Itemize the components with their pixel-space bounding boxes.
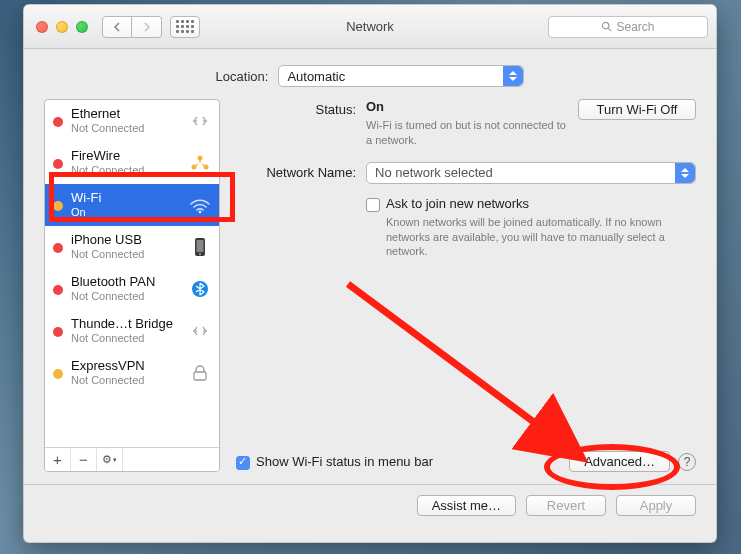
ethernet-icon [187, 111, 213, 131]
turn-wifi-off-button[interactable]: Turn Wi-Fi Off [578, 99, 696, 120]
dropdown-arrows-icon [503, 66, 523, 86]
sidebar-footer: + − ⚙︎▾ [45, 447, 219, 471]
svg-point-0 [603, 22, 609, 28]
service-status: Not Connected [71, 122, 179, 135]
close-window-button[interactable] [36, 21, 48, 33]
svg-rect-10 [194, 372, 206, 380]
status-dot [53, 117, 63, 127]
sidebar-item-thunderbolt-bridge[interactable]: Thunde…t Bridge Not Connected [45, 310, 219, 352]
body: Ethernet Not Connected FireWire Not Conn… [24, 99, 716, 484]
service-name: Bluetooth PAN [71, 275, 179, 290]
revert-button[interactable]: Revert [526, 495, 606, 516]
network-name-value: No network selected [375, 165, 493, 180]
minimize-window-button[interactable] [56, 21, 68, 33]
location-value: Automatic [287, 69, 345, 84]
sidebar-item-ethernet[interactable]: Ethernet Not Connected [45, 100, 219, 142]
add-service-button[interactable]: + [45, 448, 71, 471]
search-field[interactable]: Search [548, 16, 708, 38]
status-label: Status: [236, 99, 366, 117]
search-placeholder: Search [616, 20, 654, 34]
apply-button[interactable]: Apply [616, 495, 696, 516]
status-hint: Wi-Fi is turned on but is not connected … [366, 118, 566, 148]
location-label: Location: [216, 69, 269, 84]
status-dot [53, 159, 63, 169]
service-name: iPhone USB [71, 233, 179, 248]
ask-to-join-hint: Known networks will be joined automatica… [386, 215, 686, 260]
status-value: On [366, 99, 566, 114]
service-name: Thunde…t Bridge [71, 317, 179, 332]
service-status: Not Connected [71, 374, 179, 387]
iphone-icon [187, 237, 213, 257]
status-dot [53, 243, 63, 253]
dropdown-arrows-icon [675, 163, 695, 183]
svg-rect-7 [197, 240, 204, 252]
service-list: Ethernet Not Connected FireWire Not Conn… [44, 99, 220, 472]
wifi-icon [187, 195, 213, 215]
service-status: Not Connected [71, 290, 179, 303]
footer: Assist me… Revert Apply [24, 484, 716, 528]
forward-button[interactable] [132, 16, 162, 38]
sidebar-item-bluetooth-pan[interactable]: Bluetooth PAN Not Connected [45, 268, 219, 310]
svg-point-2 [198, 156, 203, 161]
svg-line-1 [609, 28, 612, 31]
network-name-popup[interactable]: No network selected [366, 162, 696, 184]
status-dot [53, 327, 63, 337]
grid-icon [176, 20, 194, 33]
status-dot [53, 285, 63, 295]
sidebar-item-iphone-usb[interactable]: iPhone USB Not Connected [45, 226, 219, 268]
search-icon [601, 21, 612, 32]
svg-point-8 [199, 253, 201, 255]
sidebar-item-expressvpn[interactable]: ExpressVPN Not Connected [45, 352, 219, 394]
location-row: Location: Automatic [24, 49, 716, 99]
titlebar: Network Search [24, 5, 716, 49]
ask-to-join-checkbox[interactable] [366, 198, 380, 212]
show-all-button[interactable] [170, 16, 200, 38]
sidebar-item-wifi[interactable]: Wi-Fi On [45, 184, 219, 226]
service-status: On [71, 206, 179, 219]
service-name: FireWire [71, 149, 179, 164]
svg-point-5 [199, 211, 202, 214]
bluetooth-icon [187, 279, 213, 299]
remove-service-button[interactable]: − [71, 448, 97, 471]
nav-group [102, 16, 162, 38]
service-status: Not Connected [71, 164, 179, 177]
firewire-icon [187, 153, 213, 173]
main-pane: Status: On Wi-Fi is turned on but is not… [236, 99, 696, 472]
service-actions-button[interactable]: ⚙︎▾ [97, 448, 123, 471]
status-dot [53, 369, 63, 379]
show-menubar-label: Show Wi-Fi status in menu bar [256, 454, 433, 469]
show-menubar-checkbox[interactable] [236, 456, 250, 470]
vpn-lock-icon [187, 363, 213, 383]
help-button[interactable]: ? [678, 453, 696, 471]
window-controls [36, 21, 88, 33]
service-name: Ethernet [71, 107, 179, 122]
service-status: Not Connected [71, 332, 179, 345]
network-name-label: Network Name: [236, 162, 366, 180]
location-popup[interactable]: Automatic [278, 65, 524, 87]
gear-icon: ⚙︎ [102, 453, 112, 466]
back-button[interactable] [102, 16, 132, 38]
network-preferences-window: Network Search Location: Automatic Ether… [23, 4, 717, 543]
thunderbolt-icon [187, 321, 213, 341]
status-dot [53, 201, 63, 211]
assist-me-button[interactable]: Assist me… [417, 495, 516, 516]
sidebar-item-firewire[interactable]: FireWire Not Connected [45, 142, 219, 184]
service-name: Wi-Fi [71, 191, 179, 206]
ask-to-join-label: Ask to join new networks [386, 196, 696, 211]
zoom-window-button[interactable] [76, 21, 88, 33]
service-status: Not Connected [71, 248, 179, 261]
service-name: ExpressVPN [71, 359, 179, 374]
advanced-button[interactable]: Advanced… [569, 451, 670, 472]
